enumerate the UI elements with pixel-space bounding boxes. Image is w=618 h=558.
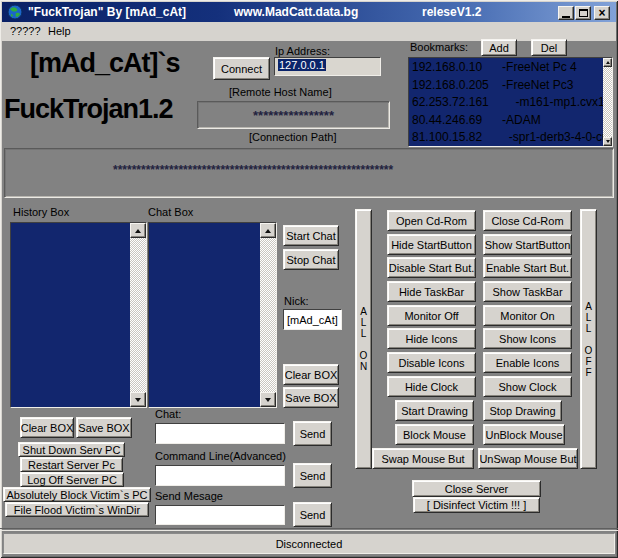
- command-line-label: Command Line(Advanced): [155, 450, 286, 462]
- disable-start-button[interactable]: Disable Start But.: [387, 257, 476, 278]
- maximize-icon: [579, 9, 588, 17]
- restart-button[interactable]: Restart Server Pc: [20, 457, 123, 472]
- show-icons-button[interactable]: Show Icons: [483, 328, 572, 349]
- menu-bar: ????? Help: [2, 22, 616, 41]
- start-chat-button[interactable]: Start Chat: [283, 225, 339, 246]
- monitor-off-button[interactable]: Monitor Off: [387, 305, 476, 326]
- unblock-mouse-button[interactable]: UnBlock Mouse: [483, 424, 565, 445]
- maximize-button[interactable]: [575, 6, 591, 20]
- all-on-button[interactable]: A L L O N: [355, 209, 372, 469]
- bookmarks-list[interactable]: 192.168.0.10 -FreeNet Pc 4 - 192.168.0.2…: [408, 57, 613, 147]
- send-message-label: Send Mesage: [155, 490, 223, 502]
- history-scrollbar[interactable]: [130, 223, 146, 407]
- hide-icons-button[interactable]: Hide Icons: [387, 328, 476, 349]
- chat-input-label: Chat:: [155, 408, 181, 420]
- scroll-down-icon[interactable]: [130, 392, 146, 407]
- bookmarks-scrollbar[interactable]: [603, 58, 612, 146]
- bookmark-item[interactable]: 192.168.0.205 -FreeNet Pc3 -: [412, 77, 612, 95]
- title-bar: "FuckTrojan" By [mAd_cAt] www.MadCatt.da…: [2, 2, 616, 22]
- close-button[interactable]: ×: [594, 6, 610, 20]
- file-flood-button[interactable]: File Flood Victim`s WinDir: [5, 502, 149, 517]
- scroll-track[interactable]: [260, 238, 276, 392]
- scroll-down-icon[interactable]: [260, 392, 276, 407]
- connection-path-label: [Connection Path]: [249, 131, 336, 143]
- remote-host-mask: ****************: [253, 108, 334, 123]
- command-line-input[interactable]: [155, 465, 285, 486]
- stop-chat-button[interactable]: Stop Chat: [283, 249, 339, 270]
- disable-icons-button[interactable]: Disable Icons: [387, 352, 476, 373]
- connection-path-stars: ****************************************…: [113, 163, 393, 177]
- bookmark-item[interactable]: 192.168.0.10 -FreeNet Pc 4 -: [412, 59, 612, 77]
- hide-taskbar-button[interactable]: Hide TaskBar: [387, 281, 476, 302]
- hide-startbutton-button[interactable]: Hide StartButton: [387, 234, 476, 255]
- window-title-site: www.MadCatt.data.bg: [234, 5, 358, 19]
- chat-send-button[interactable]: Send: [293, 421, 332, 446]
- start-drawing-button[interactable]: Start Drawing: [395, 400, 474, 421]
- menu-item-about[interactable]: ?????: [10, 25, 41, 37]
- app-window: "FuckTrojan" By [mAd_cAt] www.MadCatt.da…: [0, 0, 618, 558]
- ip-address-input[interactable]: 127.0.0.1: [274, 57, 381, 76]
- history-box-label: History Box: [13, 206, 69, 218]
- menu-item-help[interactable]: Help: [48, 25, 71, 37]
- chat-clear-box-button[interactable]: Clear BOX: [283, 364, 339, 385]
- close-server-button[interactable]: Close Server: [412, 480, 541, 497]
- minimize-icon: [562, 16, 570, 18]
- scroll-up-icon[interactable]: [603, 58, 612, 67]
- swap-mouse-button[interactable]: Swap Mouse But: [372, 448, 474, 469]
- scroll-down-icon[interactable]: [603, 137, 612, 146]
- bookmark-item[interactable]: 81.100.15.82 -spr1-derb3-4-0-cust82.r: [412, 129, 612, 147]
- open-cdrom-button[interactable]: Open Cd-Rom: [387, 210, 476, 231]
- minimize-button[interactable]: [558, 6, 574, 20]
- status-text: Disconnected: [276, 538, 343, 550]
- chat-box-label: Chat Box: [148, 206, 193, 218]
- bookmark-item[interactable]: 62.253.72.161 -m161-mp1.cvx1-b.bre: [412, 94, 612, 112]
- monitor-on-button[interactable]: Monitor On: [483, 305, 572, 326]
- bookmark-add-button[interactable]: Add: [481, 39, 517, 56]
- enable-start-button[interactable]: Enable Start But.: [483, 257, 572, 278]
- scroll-up-icon[interactable]: [260, 223, 276, 238]
- send-message-input[interactable]: [155, 505, 285, 525]
- command-send-button[interactable]: Send: [293, 463, 332, 488]
- status-bar: Disconnected: [3, 533, 615, 554]
- scroll-up-icon[interactable]: [130, 223, 146, 238]
- disinfect-victim-button[interactable]: [ Disinfect Victim !!! ]: [413, 497, 540, 513]
- history-save-box-button[interactable]: Save BOX: [76, 417, 132, 438]
- show-startbutton-button[interactable]: Show StartButton: [483, 234, 572, 255]
- status-divider: [0, 528, 618, 531]
- history-clear-box-button[interactable]: Clear BOX: [20, 417, 74, 438]
- close-icon: ×: [598, 8, 605, 18]
- nick-label: Nick:: [284, 295, 308, 307]
- all-off-button[interactable]: A L L O F F: [580, 209, 597, 469]
- message-send-button[interactable]: Send: [293, 502, 332, 527]
- block-mouse-button[interactable]: Block Mouse: [395, 424, 474, 445]
- chat-input[interactable]: [155, 423, 285, 444]
- unswap-mouse-button[interactable]: UnSwap Mouse But: [478, 448, 578, 469]
- bookmark-item[interactable]: 80.44.246.69 -ADAM: [412, 112, 612, 130]
- scroll-track[interactable]: [130, 238, 146, 392]
- hide-clock-button[interactable]: Hide Clock: [387, 376, 476, 397]
- block-victim-button[interactable]: Absolutely Block Victim`s PC: [3, 487, 151, 502]
- nick-input[interactable]: [283, 309, 342, 330]
- history-box[interactable]: [10, 222, 147, 408]
- show-clock-button[interactable]: Show Clock: [483, 376, 572, 397]
- remote-host-box: ****************: [197, 101, 390, 129]
- close-cdrom-button[interactable]: Close Cd-Rom: [483, 210, 572, 231]
- window-title-version: releseV1.2: [422, 5, 481, 19]
- show-taskbar-button[interactable]: Show TaskBar: [483, 281, 572, 302]
- ip-address-label: Ip Address:: [275, 45, 330, 57]
- bookmark-del-button[interactable]: Del: [531, 39, 567, 56]
- bookmarks-label: Bookmarks:: [410, 41, 468, 53]
- ip-address-value: 127.0.0.1: [278, 59, 326, 71]
- globe-icon: [7, 4, 23, 20]
- scroll-track[interactable]: [603, 67, 612, 137]
- connection-path-box: ****************************************…: [4, 148, 614, 198]
- stop-drawing-button[interactable]: Stop Drawing: [483, 400, 562, 421]
- chat-box[interactable]: [148, 222, 277, 408]
- shutdown-button[interactable]: Shut Down Serv PC: [18, 442, 125, 457]
- chat-scrollbar[interactable]: [260, 223, 276, 407]
- remote-host-label: [Remote Host Name]: [229, 86, 332, 98]
- logoff-button[interactable]: Log Off Server PC: [20, 472, 124, 487]
- enable-icons-button[interactable]: Enable Icons: [483, 352, 572, 373]
- connect-button[interactable]: Connect: [213, 57, 270, 80]
- chat-save-box-button[interactable]: Save BOX: [283, 387, 339, 408]
